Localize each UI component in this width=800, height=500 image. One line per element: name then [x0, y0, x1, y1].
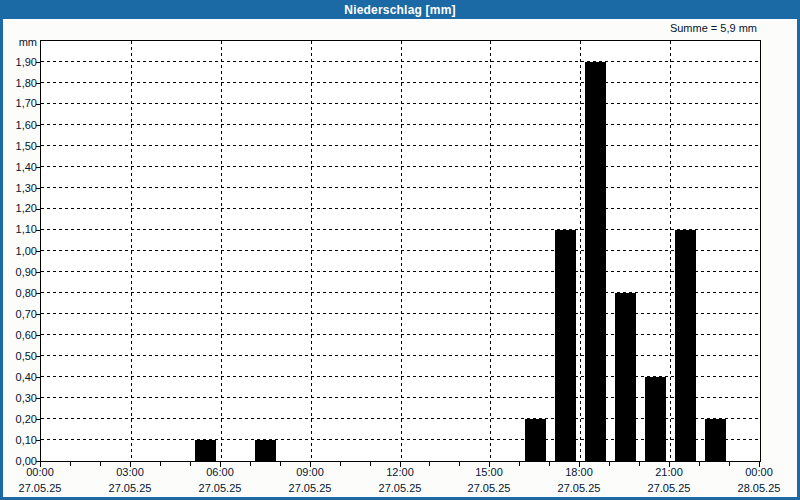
- vertical-gridline: [131, 41, 132, 461]
- precipitation-bar: [555, 230, 576, 461]
- y-tick-mark: [36, 167, 40, 168]
- precipitation-bar: [645, 377, 666, 461]
- vertical-gridline: [311, 41, 312, 461]
- precipitation-bar: [615, 293, 636, 461]
- y-tick-label: 1,80: [0, 78, 37, 89]
- x-tick-mark: [370, 462, 371, 466]
- x-time-label: 15:00: [454, 467, 524, 478]
- y-tick-label: 0,10: [0, 435, 37, 446]
- y-tick-mark: [36, 209, 40, 210]
- x-tick-mark: [100, 462, 101, 466]
- precipitation-bar: [255, 440, 276, 461]
- x-tick-mark: [699, 462, 700, 466]
- vertical-gridline: [490, 41, 491, 461]
- precipitation-bar: [585, 62, 606, 461]
- x-tick-mark: [429, 462, 430, 466]
- x-date-label: 27.05.25: [5, 483, 75, 494]
- x-time-label: 03:00: [95, 467, 165, 478]
- y-tick-label: 1,10: [0, 224, 37, 235]
- y-tick-label: 1,90: [0, 57, 37, 68]
- x-date-label: 27.05.25: [365, 483, 435, 494]
- x-time-label: 00:00: [5, 467, 75, 478]
- y-tick-label: 0,30: [0, 393, 37, 404]
- y-tick-mark: [36, 293, 40, 294]
- y-tick-label: 0,60: [0, 330, 37, 341]
- x-tick-mark: [459, 462, 460, 466]
- y-tick-mark: [36, 146, 40, 147]
- y-tick-mark: [36, 419, 40, 420]
- y-tick-mark: [36, 440, 40, 441]
- x-date-label: 28.05.25: [724, 483, 794, 494]
- window-title: Niederschlag [mm]: [344, 3, 455, 17]
- x-time-label: 12:00: [365, 467, 435, 478]
- x-tick-mark: [729, 462, 730, 466]
- vertical-gridline: [221, 41, 222, 461]
- y-axis-unit-label: mm: [0, 36, 37, 48]
- x-tick-mark: [190, 462, 191, 466]
- precipitation-bar: [525, 419, 546, 461]
- y-tick-mark: [36, 125, 40, 126]
- y-tick-mark: [36, 251, 40, 252]
- y-tick-mark: [36, 314, 40, 315]
- x-time-label: 21:00: [634, 467, 704, 478]
- x-time-label: 00:00: [724, 467, 794, 478]
- y-tick-label: 0,20: [0, 414, 37, 425]
- chart-window: Niederschlag [mm] Summe = 5,9 mm mm 0,00…: [0, 0, 800, 500]
- x-tick-mark: [519, 462, 520, 466]
- y-tick-mark: [36, 62, 40, 63]
- y-tick-label: 1,30: [0, 183, 37, 194]
- vertical-gridline: [401, 41, 402, 461]
- x-date-label: 27.05.25: [275, 483, 345, 494]
- x-date-label: 27.05.25: [95, 483, 165, 494]
- y-tick-mark: [36, 272, 40, 273]
- x-tick-mark: [639, 462, 640, 466]
- precipitation-bar: [675, 230, 696, 461]
- x-tick-mark: [280, 462, 281, 466]
- y-tick-label: 0,70: [0, 309, 37, 320]
- y-tick-label: 0,40: [0, 372, 37, 383]
- precipitation-bar: [705, 419, 726, 461]
- x-date-label: 27.05.25: [185, 483, 255, 494]
- y-tick-label: 1,20: [0, 203, 37, 214]
- y-tick-label: 1,50: [0, 141, 37, 152]
- sum-annotation: Summe = 5,9 mm: [670, 22, 757, 34]
- x-time-label: 09:00: [275, 467, 345, 478]
- y-tick-mark: [36, 398, 40, 399]
- y-tick-mark: [36, 188, 40, 189]
- vertical-gridline: [580, 41, 581, 461]
- y-tick-label: 1,40: [0, 162, 37, 173]
- vertical-gridline: [670, 41, 671, 461]
- x-tick-mark: [70, 462, 71, 466]
- y-tick-mark: [36, 83, 40, 84]
- x-time-label: 18:00: [544, 467, 614, 478]
- y-tick-mark: [36, 230, 40, 231]
- x-date-label: 27.05.25: [454, 483, 524, 494]
- x-tick-mark: [160, 462, 161, 466]
- y-tick-label: 1,00: [0, 246, 37, 257]
- x-tick-mark: [549, 462, 550, 466]
- y-tick-label: 0,90: [0, 267, 37, 278]
- y-tick-label: 1,70: [0, 98, 37, 109]
- x-time-label: 06:00: [185, 467, 255, 478]
- title-bar: Niederschlag [mm]: [0, 0, 800, 19]
- y-tick-label: 1,60: [0, 120, 37, 131]
- x-tick-mark: [609, 462, 610, 466]
- x-date-label: 27.05.25: [544, 483, 614, 494]
- precipitation-bar: [195, 440, 216, 461]
- y-tick-mark: [36, 104, 40, 105]
- y-tick-label: 0,80: [0, 288, 37, 299]
- y-tick-mark: [36, 335, 40, 336]
- x-tick-mark: [340, 462, 341, 466]
- y-tick-mark: [36, 356, 40, 357]
- x-tick-mark: [250, 462, 251, 466]
- y-tick-mark: [36, 377, 40, 378]
- plot-area: [40, 40, 761, 462]
- window-border-left: [0, 19, 3, 500]
- y-tick-label: 0,50: [0, 351, 37, 362]
- x-date-label: 27.05.25: [634, 483, 704, 494]
